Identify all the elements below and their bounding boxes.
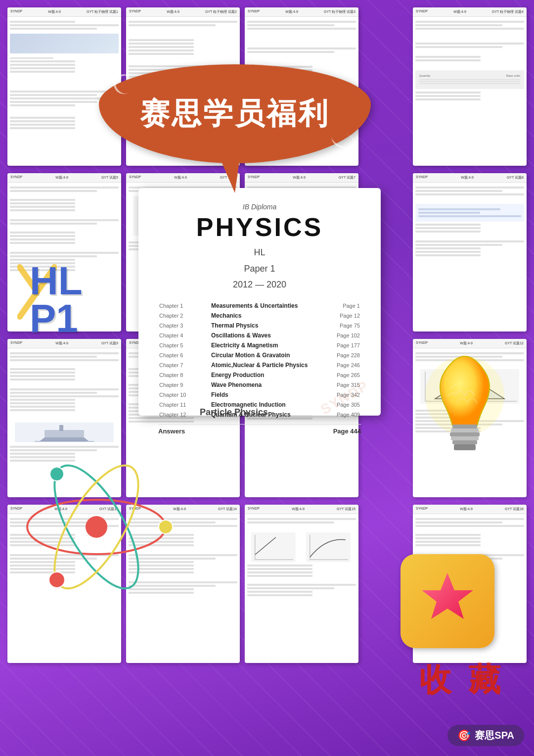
- toc-topic: Circular Motion & Gravatoin: [207, 351, 331, 360]
- toc-row: Chapter 2 Mechanics Page 12: [159, 311, 360, 320]
- toc-page: Page 1: [332, 301, 360, 310]
- svg-rect-21: [251, 532, 296, 562]
- book-details: HL Paper 1 2012 — 2020: [158, 244, 361, 292]
- svg-marker-8: [40, 437, 89, 441]
- toc-topic: Thermal Physics: [207, 321, 331, 330]
- svg-marker-47: [422, 573, 473, 619]
- main-container: SYNDPW题:4-9GYT 粒子物理 试题1 SYN: [0, 0, 534, 756]
- paper-header: SYNDPW题:4-9GYT 试题7: [245, 173, 358, 183]
- bulb-svg: [410, 346, 519, 485]
- paper-body: QuantityBase units: [413, 17, 527, 104]
- banner-text: 赛思学员福利: [140, 94, 330, 134]
- answers-label: Answers: [158, 427, 185, 435]
- atom-diagram: [15, 445, 178, 609]
- svg-rect-25: [306, 532, 350, 562]
- logo-text: 赛思SPA: [475, 729, 514, 742]
- answers-page: Page 444: [333, 427, 361, 435]
- svg-rect-41: [450, 432, 480, 436]
- toc-chapter: Chapter 9: [159, 380, 206, 389]
- paper-card-r2c4: SYNDPW题:4-9GYT 试题8: [413, 173, 527, 331]
- toc-chapter: Chapter 4: [159, 331, 206, 340]
- paper-card-r1c4: SYNDPW题:4-9GYT 粒子物理 试题4 QuantityBase uni…: [413, 7, 527, 166]
- toc-topic: Mechanics: [207, 311, 331, 320]
- toc-topic: Energy Production: [207, 371, 331, 379]
- toc-topic: Oscillations & Waves: [207, 331, 331, 340]
- toc-topic: Electricity & Magnetism: [207, 341, 331, 350]
- physics-book: SYNDP IB Diploma PHYSICS HL Paper 1 2012…: [138, 188, 381, 416]
- toc-page: Page 102: [332, 331, 360, 340]
- hl-text: HL P1: [30, 262, 83, 337]
- paper-card-r4c3: SYNDPW题:4-9GYT 试题15: [245, 505, 358, 663]
- paper-header: SYNDPW题:4-9GYT 试题8: [413, 173, 527, 183]
- hl-badge: HL P1: [30, 262, 83, 337]
- toc-topic: Measurements & Uncertainties: [207, 301, 331, 310]
- toc-page: Page 12: [332, 311, 360, 320]
- toc-row: Chapter 4 Oscillations & Waves Page 102: [159, 331, 360, 340]
- svg-point-36: [50, 467, 64, 481]
- paper-card-r1c1: SYNDPW题:4-9GYT 粒子物理 试题1: [7, 7, 121, 166]
- toc-chapter: Chapter 10: [159, 390, 206, 399]
- toc-row: Chapter 3 Thermal Physics Page 75: [159, 321, 360, 330]
- ship-svg: [10, 423, 119, 442]
- paper-header: SYNDPW题:4-9GYT 粒子物理 试题2: [126, 7, 240, 17]
- star-icon: [418, 568, 477, 635]
- svg-point-31: [86, 516, 107, 538]
- svg-point-37: [49, 572, 65, 588]
- svg-rect-7: [44, 430, 84, 437]
- toc-chapter: Chapter 3: [159, 321, 206, 330]
- star-svg: [418, 568, 477, 627]
- star-badge[interactable]: [400, 554, 494, 648]
- toc-row: Chapter 8 Energy Production Page 265: [159, 371, 360, 379]
- svg-rect-44: [454, 444, 476, 450]
- svg-rect-39: [452, 425, 477, 428]
- toc-chapter: Chapter 2: [159, 311, 206, 320]
- paper-body: [245, 514, 358, 600]
- svg-point-35: [159, 520, 173, 534]
- toc-chapter: Chapter 7: [159, 361, 206, 370]
- toc-row: Chapter 7 Atomic,Nuclear & Particle Phys…: [159, 361, 360, 370]
- paper-header: SYNDPW题:4-9GYT 粒子物理 试题3: [245, 7, 358, 17]
- toc-chapter: Chapter 12: [159, 410, 206, 419]
- svg-rect-40: [451, 428, 479, 432]
- book-subtitle: IB Diploma: [158, 203, 361, 211]
- paper-header: SYNDPW题:4-9GYT 试题15: [245, 505, 358, 514]
- paper-header: SYNDPW题:4-9GYT 试题16: [413, 505, 527, 514]
- toc-page: Page 246: [332, 361, 360, 370]
- logo-badge: 🎯 赛思SPA: [447, 725, 524, 746]
- collect-text[interactable]: 收 藏: [419, 658, 504, 702]
- toc-chapter: Chapter 5: [159, 341, 206, 350]
- toc-chapter: Chapter 11: [159, 400, 206, 409]
- toc-topic: Atomic,Nuclear & Particle Physics: [207, 361, 331, 370]
- svg-rect-43: [452, 440, 477, 444]
- toc-chapter: Chapter 1: [159, 301, 206, 310]
- graph-right: [302, 532, 355, 562]
- toc-page: Page 75: [332, 321, 360, 330]
- paper-header: SYNDPW题:4-9GYT 粒子物理 试题1: [7, 7, 121, 17]
- paper-body: [413, 183, 527, 260]
- toc-topic: Fields: [207, 390, 331, 399]
- paper-header: SYNDPW题:4-9GYT 试题5: [7, 173, 121, 183]
- svg-rect-42: [451, 436, 479, 440]
- toc-page: Page 265: [332, 371, 360, 379]
- toc-topic: Wave Phenomena: [207, 380, 331, 389]
- toc-row: Chapter 1 Measurements & Uncertainties P…: [159, 301, 360, 310]
- paper-header: SYNDPW题:4-9GYT 粒子物理 试题4: [413, 7, 527, 17]
- toc-page: Page 228: [332, 351, 360, 360]
- svg-rect-9: [59, 425, 63, 431]
- toc-row: Chapter 5 Electricity & Magnetism Page 1…: [159, 341, 360, 350]
- particle-physics-label: Particle Physics: [200, 407, 268, 418]
- toc-answers-row: Answers Page 444: [158, 424, 361, 435]
- toc-row: Chapter 9 Wave Phenomena Page 315: [159, 380, 360, 389]
- logo-icon: 🎯: [457, 729, 471, 742]
- atom-svg: [15, 445, 178, 609]
- graph-left: [247, 532, 300, 562]
- toc-page: Page 177: [332, 341, 360, 350]
- book-title: PHYSICS: [158, 213, 361, 241]
- toc-chapter: Chapter 8: [159, 371, 206, 379]
- light-bulb: [410, 346, 519, 485]
- toc-row: Chapter 6 Circular Motion & Gravatoin Pa…: [159, 351, 360, 360]
- toc-chapter: Chapter 6: [159, 351, 206, 360]
